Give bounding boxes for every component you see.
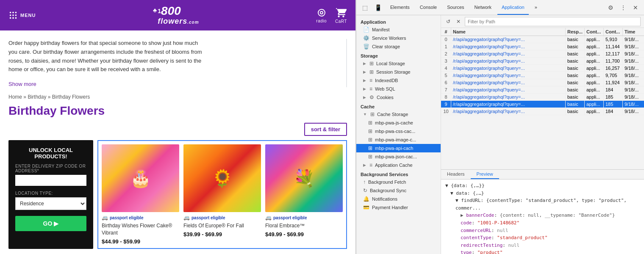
image-cache-icon: ⊞ [368,137,372,143]
cookies-icon: ⚙ [369,94,374,100]
json-line-0: ▼ {data: {,…}} [445,182,640,190]
location-select[interactable]: Residence Business [15,197,86,210]
radio-label: radio [316,19,327,23]
sidebar-service-workers[interactable]: ⚙️ Service Workers [356,34,441,42]
sidebar-manifest[interactable]: 📄 Manifest [356,25,441,34]
page-description: Order happy birthday flowers for that sp… [8,39,203,74]
sidebar-bg-sync[interactable]: ↻ Background Sync [356,186,441,195]
network-row-8[interactable]: 8 /r/api/aggregator/graphql?query=... ba… [441,94,644,101]
sidebar-web-sql[interactable]: ▶ ≡ Web SQL [356,85,441,93]
svg-point-7 [12,17,14,19]
site-content: Order happy birthday flowers for that sp… [0,30,355,254]
clear-storage-icon: 🗑️ [363,44,369,50]
sidebar-api-cache[interactable]: ⊞ mbp-pwa-api-cach [356,144,441,152]
devtools-topbar: ⬚ 📱 Elements Console Sources Network App… [356,0,644,15]
col-header-name: Name [451,28,566,36]
network-row-0[interactable]: 0 /r/api/aggregator/graphql?query=... ba… [441,36,644,43]
passport-icon-1: 🚐 [102,215,108,221]
tab-application[interactable]: Application [497,0,529,15]
network-row-4[interactable]: 4 /r/api/aggregator/graphql?query=... ba… [441,65,644,72]
sort-filter-button[interactable]: sort & filter [304,123,347,136]
headers-tab[interactable]: Headers [441,170,471,179]
product-price-1: $44.99 - $59.99 [102,238,179,245]
network-row-7[interactable]: 7 /r/api/aggregator/graphql?query=... ba… [441,86,644,94]
cart-icon [336,7,347,18]
bottom-panel: Headers Preview ▼ {data: {,…}}▼ data: {,… [441,169,644,254]
sidebar-session-storage[interactable]: ▶ ⊞ Session Storage [356,68,441,76]
cart-label: CaRT [335,19,347,24]
sidebar-indexeddb[interactable]: ▶ ≡ IndexedDB [356,76,441,85]
bottom-content: ▼ {data: {,…}}▼ data: {,…}▼ findURL: {co… [441,179,644,254]
app-cache-icon: ≡ [369,162,372,168]
site-logo[interactable]: ♣ 1 8 00 flowers.com [153,5,199,26]
devtools-body: Application 📄 Manifest ⚙️ Service Worker… [356,15,644,254]
device-button[interactable]: 📱 [372,3,384,12]
breadcrumb-birthday[interactable]: Birthday [28,94,46,100]
more-button[interactable]: ⋮ [618,3,629,12]
delete-button[interactable]: ✕ [455,18,462,25]
menu-icon [8,11,18,20]
tab-sources[interactable]: Sources [443,0,468,15]
sidebar-app-cache[interactable]: ▶ ≡ Application Cache [356,161,441,169]
network-row-5[interactable]: 5 /r/api/aggregator/graphql?query=... ba… [441,72,644,79]
sidebar-image-cache[interactable]: ⊞ mbp-pwa-image-c... [356,135,441,144]
sidebar-json-cache[interactable]: ⊞ mbp-pwa-json-cac... [356,152,441,161]
col-header-num: # [441,28,451,36]
page-title: Birthday Flowers [8,104,347,118]
network-table-container: # Name Resp... Cont... Cont... Time 0 /r… [441,28,644,169]
breadcrumb-home[interactable]: Home [8,94,22,100]
product-name-2: Fields Of Europe® For Fall [183,222,261,229]
inspect-button[interactable]: ⬚ [360,3,370,12]
sidebar-js-cache[interactable]: ⊞ mbp-pwa-js-cache [356,119,441,127]
cart-button[interactable]: CaRT [335,7,347,24]
filter-bar: sort & filter [8,123,347,136]
sidebar-cookies[interactable]: ▶ ⚙ Cookies [356,93,441,102]
network-row-2[interactable]: 2 /r/api/aggregator/graphql?query=... ba… [441,50,644,58]
settings-button[interactable]: ⚙ [605,3,616,12]
network-row-3[interactable]: 3 /r/api/aggregator/graphql?query=... ba… [441,58,644,65]
network-row-1[interactable]: 1 /r/api/aggregator/graphql?query=... ba… [441,43,644,50]
network-row-10[interactable]: 10 /r/api/aggregator/graphql?query=... b… [441,108,644,115]
preview-tab[interactable]: Preview [471,170,499,179]
passport-badge-3: 🚐 passport eligible [265,215,343,221]
product-card-3[interactable]: 💐 🚐 passport eligible Floral Embrace™ $4… [264,143,344,246]
products-area: UNLOCK LOCAL PRODUCTS! ENTER DELIVERY ZI… [8,140,347,249]
radio-icon [316,8,327,18]
passport-icon-2: 🚐 [183,215,190,221]
sidebar-clear-storage[interactable]: 🗑️ Clear storage [356,42,441,51]
radio-button[interactable]: radio [316,8,327,23]
show-more-link[interactable]: Show more [8,81,36,87]
product-name-1: Birthday Wishes Flower Cake® Vibrant [102,222,179,237]
product-card-2[interactable]: 🌻 🚐 passport eligible Fields Of Europe® … [182,143,263,246]
tab-elements[interactable]: Elements [386,0,414,15]
sidebar-payment-handler[interactable]: 💳 Payment Handler [356,203,441,212]
indexeddb-icon: ≡ [369,77,372,83]
network-row-6[interactable]: 6 /r/api/aggregator/graphql?query=... ba… [441,79,644,86]
tab-console[interactable]: Console [416,0,441,15]
content-main: Order happy birthday flowers for that sp… [0,30,355,254]
sidebar-css-cache[interactable]: ⊞ mbp-pwa-css-cac... [356,127,441,135]
session-storage-icon: ⊞ [369,69,374,75]
menu-button[interactable]: MENU [8,11,36,20]
sidebar-cache-storage[interactable]: ▼ ⊞ Cache Storage [356,110,441,119]
svg-point-2 [15,12,17,14]
product-card-1[interactable]: 🎂 🚐 passport eligible Birthday Wishes Fl… [100,143,181,246]
storage-section-title: Storage [356,51,441,59]
close-button[interactable]: ✕ [630,3,641,12]
tab-network[interactable]: Network [470,0,496,15]
refresh-button[interactable]: ↺ [444,18,452,25]
website-panel: MENU ♣ 1 8 00 flowers.com [0,0,356,254]
json-line-3: ▶ bannerCode: {content: null, __typename… [445,212,640,219]
cache-section-title: Cache [356,102,441,110]
json-line-6: contentType: "standard_product" [445,234,640,242]
sidebar-local-storage[interactable]: ▶ ⊞ Local Storage [356,59,441,68]
filter-path-input[interactable] [465,17,641,26]
sidebar-bg-fetch[interactable]: ↑ Background Fetch [356,178,441,186]
go-button[interactable]: GO ▶ [15,216,86,231]
sidebar-notifications[interactable]: 🔔 Notifications [356,195,441,203]
product-price-3: $49.99 - $69.99 [265,231,343,237]
network-row-9[interactable]: 9 /r/api/aggregator/graphql?query=... ba… [441,101,644,108]
tab-more[interactable]: » [530,0,541,15]
svg-point-0 [10,12,11,14]
zip-input[interactable] [15,175,86,186]
